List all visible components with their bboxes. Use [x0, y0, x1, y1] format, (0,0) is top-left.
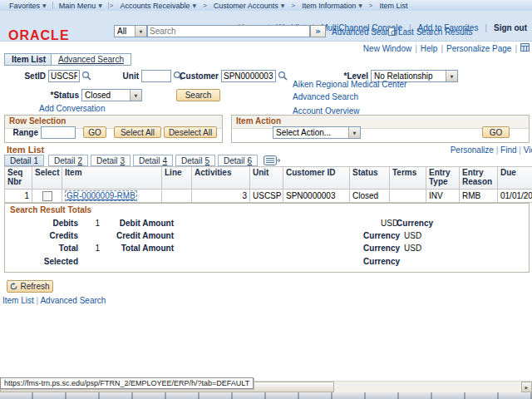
range-input[interactable] [41, 126, 76, 139]
tab-advanced-search[interactable]: Advanced Search [51, 53, 131, 66]
last-search-results-link[interactable]: Last Search Results [398, 27, 473, 37]
cell-activities: 3 [192, 190, 250, 203]
personalize-page-link[interactable]: Personalize Page [446, 44, 511, 53]
setid-input[interactable] [48, 70, 80, 82]
detail-tab-label: Detail [54, 156, 76, 165]
cell-seq-nbr: 1 [5, 190, 32, 203]
totals-currency-value: USD [381, 219, 401, 228]
tab-detail-4[interactable]: Detail4 [133, 155, 173, 166]
tab-detail-5[interactable]: Detail5 [175, 155, 215, 166]
column-header: Customer ID [283, 167, 350, 190]
item-action-go-button[interactable]: GO [482, 126, 510, 138]
breadcrumb-favorites[interactable]: Favorites ▼ [3, 2, 52, 10]
totals-credit-amount-label: Credit Amount [101, 231, 174, 240]
oracle-logo: ORACLE [8, 28, 70, 43]
breadcrumb-main-menu[interactable]: Main Menu ▼ [53, 2, 108, 10]
column-header: Status [350, 167, 390, 190]
add-conversation-link[interactable]: Add Conversation [39, 104, 106, 113]
totals-currency-value: USD [404, 231, 425, 240]
breadcrumb-item-item-information[interactable]: Item Information ▼ [296, 2, 368, 10]
cell-entry-reason: RMB [460, 190, 498, 203]
breadcrumb-item-label: Customer Accounts [214, 2, 278, 10]
tab-detail-3[interactable]: Detail3 [91, 155, 131, 166]
range-go-button[interactable]: GO [83, 126, 106, 138]
totals-currency-value: USD [404, 244, 425, 253]
link-separator: | [496, 145, 499, 155]
cell-item: GR-0000009-RMB [62, 190, 162, 203]
detail-tab-number: 6 [248, 156, 253, 165]
breadcrumb-separator-icon: > [203, 2, 207, 9]
show-all-columns-icon[interactable] [264, 155, 280, 167]
chevron-down-icon: ▼ [446, 71, 457, 81]
detail-tab-label: Detail [96, 156, 118, 165]
cell-unit: USCSP [250, 190, 283, 203]
refresh-icon [10, 283, 17, 290]
customer-lookup-icon[interactable] [278, 71, 288, 81]
cell-terms [390, 190, 426, 203]
search-input[interactable] [147, 25, 310, 37]
totals-debit-amount-label: Debit Amount [101, 219, 174, 228]
detail-tab-number: 4 [163, 156, 168, 165]
column-header: Seq Nbr [5, 167, 32, 190]
link-separator: | [441, 44, 443, 53]
detail-tab-number: 1 [34, 156, 39, 165]
personalize-link[interactable]: Personalize [451, 145, 494, 155]
find-link[interactable]: Find [500, 145, 516, 155]
link-separator: | [37, 296, 39, 305]
row-select-checkbox[interactable] [42, 191, 52, 201]
tab-item-list-label: Item List [12, 55, 46, 64]
column-header: Activities [192, 167, 250, 190]
pagebar: New Window | Help | Personalize Page | [363, 43, 530, 53]
status-label: *Status [25, 91, 79, 100]
help-link[interactable]: Help [421, 44, 438, 53]
setid-lookup-icon[interactable] [81, 71, 92, 81]
tab-detail-2[interactable]: Detail2 [48, 155, 88, 166]
refresh-button[interactable]: Refresh [7, 280, 53, 293]
detail-tab-number: 2 [78, 156, 83, 165]
view-all-link[interactable]: Vie [524, 145, 532, 155]
customer-label: Customer [150, 71, 219, 81]
select-all-button[interactable]: Select All [114, 126, 161, 138]
column-header: Select [32, 167, 62, 190]
footer-advanced-search-link[interactable]: Advanced Search [40, 296, 106, 305]
column-header: Entry Type [426, 167, 460, 190]
breadcrumb-separator-icon: > [291, 2, 295, 9]
grid-action-links: Personalize | Find | Vie [451, 145, 532, 155]
totals-debits-value: 1 [81, 219, 100, 228]
breadcrumb-favorites-label: Favorites [9, 2, 40, 10]
link-separator: | [485, 23, 487, 32]
tab-detail-1[interactable]: Detail1 [4, 155, 44, 166]
tab-item-list[interactable]: Item List [4, 53, 53, 66]
item-link[interactable]: GR-0000009-RMB [65, 190, 137, 201]
copy-url-icon[interactable] [520, 43, 530, 53]
sign-out-link[interactable]: Sign out [494, 23, 527, 32]
breadcrumb-item-customer-accounts[interactable]: Customer Accounts ▼ [208, 2, 291, 10]
detail-tab-label: Detail [139, 156, 160, 165]
cell-status: Closed [350, 190, 390, 203]
breadcrumb-main-menu-label: Main Menu [59, 2, 96, 10]
search-go-button[interactable]: » [310, 25, 326, 37]
customer-name-link[interactable]: Aiken Regional Medical Center [293, 80, 406, 89]
refresh-label: Refresh [20, 282, 49, 291]
form-advanced-search-link[interactable]: Advanced Search [293, 92, 358, 101]
totals-total-value: 1 [81, 244, 100, 253]
scrollbar-right-arrow[interactable]: ▶ [521, 382, 532, 392]
detail-tab-number: 3 [121, 156, 126, 165]
customer-input[interactable] [221, 70, 276, 82]
search-scope-select[interactable]: All ▼ [114, 25, 147, 37]
item-action-select[interactable]: Select Action... ▼ [273, 126, 361, 139]
totals-selected-label: Selected [5, 257, 78, 266]
search-button[interactable]: Search [176, 89, 220, 101]
breadcrumb-item-accounts-receivable[interactable]: Accounts Receivable ▼ [114, 2, 202, 10]
deselect-all-button[interactable]: Deselect All [164, 126, 217, 138]
item-action-value: Select Action... [273, 127, 348, 138]
status-select[interactable]: Closed ▼ [81, 89, 142, 101]
status-value: Closed [82, 90, 130, 101]
detail-tab-number: 5 [205, 156, 210, 165]
new-window-link[interactable]: New Window [363, 44, 411, 53]
chevron-down-icon: ▼ [135, 26, 146, 37]
footer-item-list-link[interactable]: Item List [2, 296, 34, 305]
tab-detail-6[interactable]: Detail6 [218, 155, 258, 166]
breadcrumb-item-label: Accounts Receivable [120, 2, 190, 10]
column-header: Terms [390, 167, 426, 190]
